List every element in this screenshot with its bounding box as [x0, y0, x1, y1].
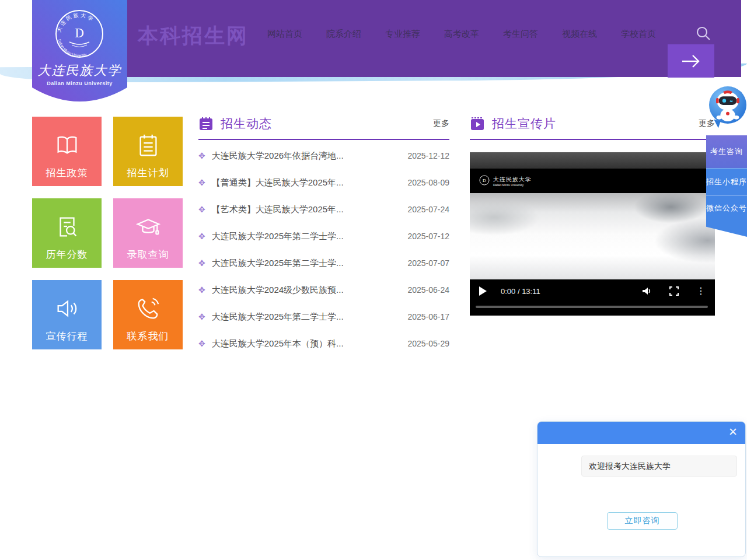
nav-item[interactable]: 网站首页 — [267, 29, 302, 40]
notebook-icon — [198, 116, 214, 131]
arrow-right-icon — [681, 54, 701, 68]
news-list-item[interactable]: ✥ 大连民族大学2025年第二学士学... 2025-07-07 — [198, 250, 449, 276]
news-section-header: 招生动态 更多 — [198, 116, 449, 140]
nav-item[interactable]: 专业推荐 — [385, 29, 420, 40]
nav-item[interactable]: 视频在线 — [562, 29, 597, 40]
tile-label: 招生计划 — [127, 166, 169, 180]
watermark-cn: 大连民族大学 — [493, 176, 532, 183]
fullscreen-icon[interactable] — [669, 286, 679, 296]
video-icon — [470, 116, 485, 131]
sidebar-item-miniprogram[interactable]: 招生小程序 — [706, 168, 747, 195]
sidebar-item-wechat[interactable]: 微信公众号 — [706, 195, 747, 220]
news-list-item[interactable]: ✥ 大连民族大学2025年第二学士学... 2025-07-12 — [198, 223, 449, 250]
news-item-title: 大连民族大学2025年第二学士学... — [212, 231, 403, 242]
news-more-link[interactable]: 更多 — [433, 118, 449, 129]
tile-admission-query[interactable]: 录取查询 — [113, 198, 183, 268]
svg-text:D: D — [75, 26, 84, 40]
book-icon — [54, 132, 81, 159]
bullet-compass-icon: ✥ — [198, 232, 205, 241]
university-badge[interactable]: 大 连 民 族 大 学 Dalian Minzu University D 大连… — [32, 0, 127, 110]
main-nav: 网站首页 院系介绍 专业推荐 高考改革 考生问答 视频在线 学校首页 — [267, 29, 656, 40]
video-controls: 0:00 / 13:11 ⋮ — [470, 281, 715, 316]
bullet-compass-icon: ✥ — [198, 312, 205, 321]
graduation-cap-icon — [135, 214, 162, 240]
tile-historical-scores[interactable]: 历年分数 — [32, 198, 102, 268]
speaker-icon — [54, 295, 81, 322]
news-item-date: 2025-07-07 — [407, 258, 449, 268]
news-item-date: 2025-07-24 — [407, 205, 449, 214]
tile-promo-schedule[interactable]: 宣传行程 — [32, 280, 102, 349]
video-time: 0:00 / 13:11 — [501, 287, 540, 296]
tile-admission-policy[interactable]: 招生政策 — [32, 117, 102, 186]
bullet-compass-icon: ✥ — [198, 285, 205, 295]
tile-label: 招生政策 — [46, 166, 88, 180]
news-item-date: 2025-07-12 — [407, 232, 449, 241]
watermark-seal-icon: D — [479, 175, 490, 186]
nav-item[interactable]: 考生问答 — [503, 29, 538, 40]
news-item-title: 大连民族大学2025年第二学士学... — [212, 312, 403, 323]
news-list-item[interactable]: ✥ 【普通类】大连民族大学2025年... 2025-08-09 — [198, 169, 449, 196]
tile-contact-us[interactable]: 联系我们 — [113, 280, 183, 349]
news-list-item[interactable]: ✥ 【艺术类】大连民族大学2025年... 2025-07-24 — [198, 196, 449, 223]
news-item-title: 大连民族大学2025年本（预）科... — [212, 338, 403, 349]
news-item-title: 【普通类】大连民族大学2025年... — [212, 177, 403, 188]
robot-mascot-icon[interactable] — [709, 86, 746, 124]
consult-now-button[interactable]: 立即咨询 — [607, 512, 678, 530]
news-item-date: 2025-12-12 — [407, 151, 449, 160]
badge-shape: 大 连 民 族 大 学 Dalian Minzu University D — [32, 0, 127, 110]
bullet-compass-icon: ✥ — [198, 339, 205, 348]
volume-icon[interactable] — [641, 286, 652, 296]
news-section: 招生动态 更多 ✥ 大连民族大学2026年依据台湾地... 2025-12-12… — [198, 116, 449, 357]
nav-item[interactable]: 院系介绍 — [326, 29, 361, 40]
quick-links-grid: 招生政策 招生计划 历年分数 录取查询 宣传行程 — [32, 117, 183, 349]
news-item-title: 大连民族大学2026年依据台湾地... — [212, 150, 403, 162]
badge-university-subtitle: Dalian Minzu University — [32, 80, 127, 86]
news-item-title: 大连民族大学2025年第二学士学... — [212, 258, 403, 269]
news-item-title: 大连民族大学2024级少数民族预... — [212, 285, 403, 296]
video-frame-image — [470, 193, 715, 279]
video-player[interactable]: D 大连民族大学 Dalian Minzu University 0:00 / … — [470, 152, 715, 316]
news-list-item[interactable]: ✥ 大连民族大学2026年依据台湾地... 2025-12-12 — [198, 142, 449, 169]
nav-item[interactable]: 学校首页 — [621, 29, 656, 40]
video-progress-bar[interactable] — [476, 306, 708, 308]
svg-text:D: D — [483, 178, 486, 183]
phone-icon — [135, 295, 162, 322]
news-item-date: 2025-08-09 — [407, 178, 449, 187]
play-button[interactable] — [479, 286, 487, 296]
bullet-compass-icon: ✥ — [198, 151, 205, 160]
tile-label: 录取查询 — [127, 248, 169, 261]
clipboard-icon — [135, 132, 162, 159]
video-section-header: 招生宣传片 更多 — [470, 116, 715, 140]
page-title: 本科招生网 — [138, 22, 249, 50]
document-search-icon — [54, 214, 81, 240]
sidebar-item-consult[interactable]: 考生咨询 — [706, 135, 747, 168]
more-options-icon[interactable]: ⋮ — [696, 286, 706, 296]
video-top-shade — [470, 152, 715, 169]
chat-popup-header: ✕ — [537, 422, 745, 444]
video-section-title: 招生宣传片 — [492, 116, 556, 132]
tile-label: 历年分数 — [46, 248, 88, 261]
watermark-en: Dalian Minzu University — [493, 184, 532, 187]
tile-admission-plan[interactable]: 招生计划 — [113, 117, 183, 186]
news-list: ✥ 大连民族大学2026年依据台湾地... 2025-12-12 ✥ 【普通类】… — [198, 142, 449, 357]
chat-popup: ✕ 欢迎报考大连民族大学 立即咨询 — [537, 421, 746, 557]
badge-university-name: 大连民族大学 — [32, 62, 127, 79]
news-list-item[interactable]: ✥ 大连民族大学2024级少数民族预... 2025-06-24 — [198, 276, 449, 303]
news-item-date: 2025-06-17 — [407, 312, 449, 321]
bullet-compass-icon: ✥ — [198, 258, 205, 268]
news-list-item[interactable]: ✥ 大连民族大学2025年第二学士学... 2025-06-17 — [198, 303, 449, 330]
bullet-compass-icon: ✥ — [198, 178, 205, 187]
bullet-compass-icon: ✥ — [198, 205, 205, 214]
video-section: 招生宣传片 更多 D 大连民族大学 Dalian Minzu Universit… — [470, 116, 715, 316]
news-item-date: 2025-06-24 — [407, 285, 449, 295]
tile-label: 联系我们 — [127, 330, 169, 343]
chat-message-bubble: 欢迎报考大连民族大学 — [581, 456, 737, 477]
news-item-date: 2025-05-29 — [407, 339, 449, 348]
search-icon[interactable] — [696, 26, 711, 43]
news-section-title: 招生动态 — [221, 116, 272, 132]
close-icon[interactable]: ✕ — [728, 426, 738, 439]
widget-ribbon-tail — [706, 220, 747, 237]
news-list-item[interactable]: ✥ 大连民族大学2025年本（预）科... 2025-05-29 — [198, 330, 449, 357]
nav-item[interactable]: 高考改革 — [444, 29, 479, 40]
banner-next-arrow-button[interactable] — [668, 44, 714, 78]
